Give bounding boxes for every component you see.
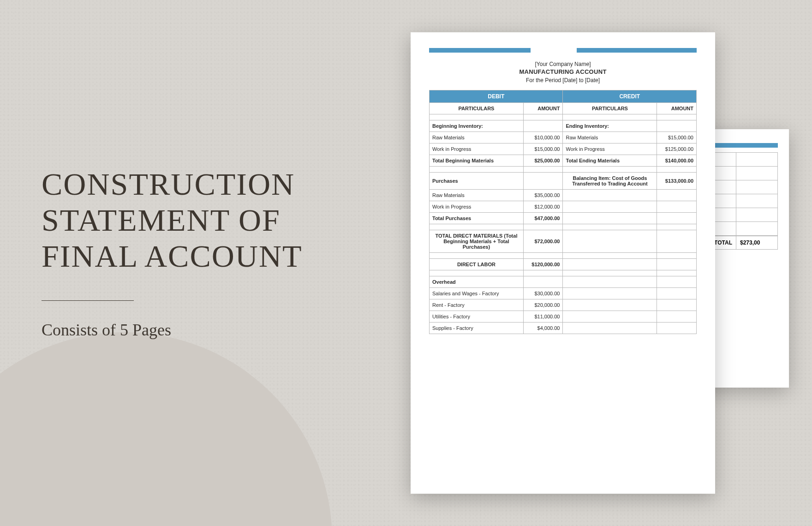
d-wip-amt: $15,000.00 [523, 143, 563, 155]
title-line-1: CONSTRUCTION [42, 167, 295, 202]
d-total-beg-amt: $25,000.00 [523, 155, 563, 167]
header-particulars-d: PARTICULARS [430, 103, 524, 114]
document-title: MANUFACTURING ACCOUNT [429, 68, 697, 75]
dl-amt: $120,000.00 [523, 259, 563, 270]
document-period: For the Period [Date] to [Date] [429, 77, 697, 84]
balancing-amt: $133,000.00 [657, 173, 697, 190]
account-table: DEBIT CREDIT PARTICULARS AMOUNT PARTICUL… [429, 90, 697, 334]
c-raw-amt: $15,000.00 [657, 132, 697, 143]
p-raw-label: Raw Materials [430, 190, 524, 201]
title-line-2: STATEMENT OF [42, 203, 281, 238]
divider [42, 300, 134, 301]
p-raw-amt: $35,000.00 [523, 190, 563, 201]
header-particulars-c: PARTICULARS [563, 103, 657, 114]
beg-inv-label: Beginning Inventory: [430, 120, 524, 132]
c-wip-label: Work in Progress [563, 143, 657, 155]
document-page-1: [Your Company Name] MANUFACTURING ACCOUN… [411, 32, 715, 494]
company-name: [Your Company Name] [429, 61, 697, 67]
sup-label: Supplies - Factory [430, 323, 524, 334]
util-amt: $11,000.00 [523, 311, 563, 323]
d-raw-label: Raw Materials [430, 132, 524, 143]
sal-label: Salaries and Wages - Factory [430, 288, 524, 299]
tdm-label: TOTAL DIRECT MATERIALS (Total Beginning … [430, 230, 524, 253]
ovh-label: Overhead [430, 276, 524, 288]
rent-label: Rent - Factory [430, 299, 524, 311]
tdm-amt: $72,000.00 [523, 230, 563, 253]
c-wip-amt: $125,000.00 [657, 143, 697, 155]
sal-amt: $30,000.00 [523, 288, 563, 299]
template-subtitle: Consists of 5 Pages [42, 320, 364, 340]
back-total-amount: $273,00 [736, 236, 778, 250]
c-total-end-label: Total Ending Materials [563, 155, 657, 167]
template-preview: CONSTRUCTION STATEMENT OF FINAL ACCOUNT … [0, 0, 812, 526]
sup-amt: $4,000.00 [523, 323, 563, 334]
p-wip-amt: $12,000.00 [523, 201, 563, 213]
c-raw-label: Raw Materials [563, 132, 657, 143]
purchases-label: Purchases [430, 173, 524, 190]
dl-label: DIRECT LABOR [430, 259, 524, 270]
left-panel: CONSTRUCTION STATEMENT OF FINAL ACCOUNT … [42, 166, 364, 340]
p-wip-label: Work in Progress [430, 201, 524, 213]
balancing-label: Balancing Item: Cost of Goods Transferre… [563, 173, 657, 190]
c-total-end-amt: $140,000.00 [657, 155, 697, 167]
header-amount-d: AMOUNT [523, 103, 563, 114]
header-stripe-left [429, 48, 531, 53]
total-purch-amt: $47,000.00 [523, 213, 563, 224]
end-inv-label: Ending Inventory: [563, 120, 657, 132]
header-credit: CREDIT [563, 90, 697, 103]
d-raw-amt: $10,000.00 [523, 132, 563, 143]
header-stripes [429, 48, 697, 53]
template-title: CONSTRUCTION STATEMENT OF FINAL ACCOUNT [42, 166, 364, 275]
rent-amt: $20,000.00 [523, 299, 563, 311]
total-purch-label: Total Purchases [430, 213, 524, 224]
header-amount-c: AMOUNT [657, 103, 697, 114]
title-line-3: FINAL ACCOUNT [42, 239, 303, 274]
header-debit: DEBIT [430, 90, 563, 103]
header-stripe-right [577, 48, 697, 53]
util-label: Utilities - Factory [430, 311, 524, 323]
d-total-beg-label: Total Beginning Materials [430, 155, 524, 167]
d-wip-label: Work in Progress [430, 143, 524, 155]
